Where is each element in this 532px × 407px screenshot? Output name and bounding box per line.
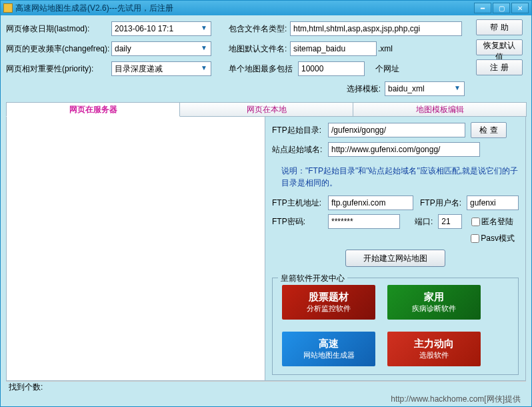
promo-home-medical[interactable]: 家用 疾病诊断软件 [387, 285, 481, 320]
found-count-label: 找到个数: [6, 381, 526, 393]
titlebar: 高速网站地图生成器(V2.6)---先试用，后注册 ━ ▢ ✕ [1, 1, 531, 15]
ftp-pwd-label: FTP密码: [272, 216, 325, 228]
maximize-button[interactable]: ▢ [493, 3, 510, 13]
restore-defaults-button[interactable]: 恢复默认值 [476, 39, 523, 55]
default-filename-label: 地图默认文件名: [229, 43, 290, 55]
ftp-pwd-input[interactable] [328, 214, 400, 229]
app-icon [3, 3, 13, 13]
ftp-user-input[interactable] [467, 195, 519, 210]
priority-label: 网页相对重要性(priority): [6, 63, 111, 75]
ftp-host-input[interactable] [328, 195, 413, 210]
help-button[interactable]: 帮 助 [476, 19, 523, 35]
result-list[interactable] [7, 117, 265, 380]
ftp-user-label: FTP用户名: [420, 197, 461, 209]
anon-checkbox-input[interactable] [471, 218, 480, 226]
lastmod-label: 网页修改日期(lastmod): [6, 23, 111, 35]
ftp-start-dir-input[interactable] [328, 123, 465, 137]
max-suffix: 个网址 [375, 63, 399, 75]
promo-sitemap[interactable]: 高速 网站地图生成器 [282, 332, 375, 366]
max-label: 单个地图最多包括 [229, 63, 298, 75]
ftp-host-label: FTP主机地址: [272, 197, 325, 209]
site-domain-label: 站点起始域名: [272, 144, 325, 155]
window-title: 高速网站地图生成器(V2.6)---先试用，后注册 [15, 3, 474, 14]
pasv-checkbox-input[interactable] [471, 234, 479, 243]
changefreq-label: 网页的更改频率(changefreq): [6, 43, 111, 55]
ftp-port-label: 端口: [415, 216, 433, 228]
filename-suffix: .xml [378, 44, 393, 53]
promo-group: 皇箭软件开发中心 股票题材 分析监控软件 家用 疾病诊断软件 高速 网站地图生成 [272, 278, 519, 375]
close-button[interactable]: ✕ [511, 3, 529, 13]
default-filename-input[interactable] [290, 41, 377, 56]
include-ext-label: 包含文件名类型: [229, 23, 290, 35]
promo-stock-topic[interactable]: 股票题材 分析监控软件 [282, 285, 375, 320]
tab-local[interactable]: 网页在本地 [179, 102, 353, 117]
register-button[interactable]: 注 册 [476, 59, 523, 75]
max-input[interactable] [298, 61, 365, 76]
ftp-port-input[interactable] [438, 214, 462, 229]
tabs: 网页在服务器 网页在本地 地图模板编辑 [6, 102, 526, 117]
priority-select[interactable] [111, 61, 211, 76]
start-build-button[interactable]: 开始建立网站地图 [345, 250, 445, 267]
tab-template-edit[interactable]: 地图模板编辑 [353, 102, 527, 117]
left-list-panel [7, 117, 265, 380]
promo-group-title: 皇箭软件开发中心 [278, 273, 347, 284]
anon-checkbox-label: 匿名登陆 [481, 216, 513, 228]
anon-checkbox[interactable]: 匿名登陆 [471, 216, 513, 228]
check-button[interactable]: 检 查 [471, 122, 507, 138]
include-ext-input[interactable] [290, 21, 462, 36]
pasv-checkbox-label: Pasv模式 [481, 233, 515, 244]
footer-credit: http://www.hackhome.com[网侠]提供 [6, 393, 526, 405]
ftp-note: 说明："FTP起始目录"和"站点起始域名"应该相匹配,就是说它们的子目录是相同的… [281, 165, 519, 189]
site-domain-input[interactable] [328, 142, 480, 157]
template-select[interactable] [385, 81, 465, 96]
pasv-checkbox[interactable]: Pasv模式 [471, 233, 515, 244]
tab-server[interactable]: 网页在服务器 [6, 102, 180, 117]
lastmod-select[interactable] [111, 21, 211, 36]
minimize-button[interactable]: ━ [474, 3, 491, 13]
changefreq-select[interactable] [111, 41, 211, 56]
ftp-start-dir-label: FTP起始目录: [272, 125, 325, 136]
template-label: 选择模板: [347, 83, 381, 95]
app-window: 高速网站地图生成器(V2.6)---先试用，后注册 ━ ▢ ✕ 网页修改日期(l… [0, 0, 532, 407]
promo-main-trend[interactable]: 主力动向 选股软件 [387, 332, 481, 366]
